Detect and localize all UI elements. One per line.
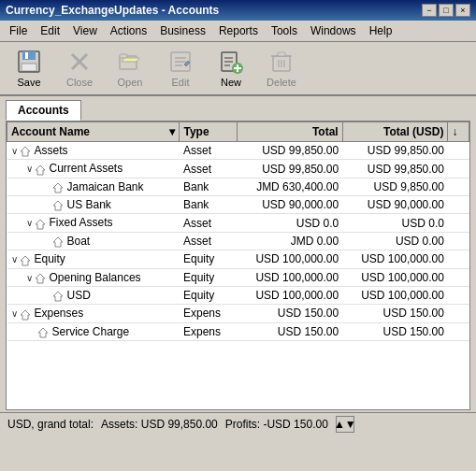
svg-marker-35	[38, 328, 48, 337]
menu-view[interactable]: View	[67, 22, 103, 39]
account-row-extra	[448, 268, 469, 286]
col-header-type[interactable]: Type	[180, 122, 237, 142]
svg-rect-2	[22, 64, 36, 71]
tab-accounts-label: Accounts	[18, 104, 69, 117]
delete-label: Delete	[267, 77, 296, 88]
menu-reports[interactable]: Reports	[213, 22, 264, 39]
col-header-sort[interactable]: ↓	[448, 122, 469, 142]
table-row[interactable]: ∨ Fixed AssetsAssetUSD 0.0USD 0.0	[7, 214, 469, 232]
open-label: Open	[118, 77, 143, 88]
account-name-text: Current Assets	[50, 162, 123, 175]
expand-icon[interactable]: ∨	[26, 218, 33, 228]
status-dropdown[interactable]: ▲▼	[336, 416, 354, 433]
table-row[interactable]: ∨ AssetsAssetUSD 99,850.00USD 99,850.00	[7, 142, 469, 160]
account-total-cell: USD 150.00	[237, 305, 342, 322]
col-header-account-name[interactable]: Account Name ▾	[7, 122, 180, 142]
delete-icon	[268, 49, 295, 75]
table-row[interactable]: USDEquityUSD 100,000.00USD 100,000.00	[7, 286, 469, 304]
table-row[interactable]: ∨ ExpensesExpensUSD 150.00USD 150.00	[7, 305, 469, 322]
delete-button[interactable]: Delete	[258, 46, 305, 91]
account-total-cell: USD 90,000.00	[237, 196, 342, 214]
account-name-cell: Service Charge	[7, 322, 180, 340]
menu-actions[interactable]: Actions	[105, 22, 152, 39]
close-button[interactable]: ×	[455, 4, 470, 17]
account-total-cell: USD 99,850.00	[237, 142, 342, 160]
expand-icon[interactable]: ∨	[11, 254, 18, 264]
account-total-usd-cell: USD 0.0	[342, 214, 448, 232]
table-row[interactable]: BoatAssetJMD 0.00USD 0.00	[7, 232, 469, 250]
expand-icon[interactable]: ∨	[11, 308, 18, 319]
close-button[interactable]: Close	[56, 46, 103, 91]
account-type-cell: Asset	[180, 160, 237, 178]
account-row-extra	[448, 142, 469, 160]
account-type-cell: Equity	[180, 268, 237, 286]
save-button[interactable]: Save	[6, 46, 52, 91]
tab-accounts[interactable]: Accounts	[6, 100, 81, 121]
account-name-text: Opening Balances	[50, 271, 141, 284]
account-name-cell: ∨ Assets	[7, 142, 180, 160]
table-row[interactable]: US BankBankUSD 90,000.00USD 90,000.00	[7, 196, 469, 214]
assets-value: Assets: USD 99,850.00	[101, 418, 218, 431]
menu-edit[interactable]: Edit	[35, 22, 65, 39]
svg-marker-32	[36, 274, 45, 283]
menu-windows[interactable]: Windows	[305, 22, 362, 39]
account-total-cell: USD 100,000.00	[237, 268, 342, 286]
account-name-cell: ∨ Fixed Assets	[7, 214, 180, 232]
account-type-cell: Asset	[180, 214, 237, 232]
title-bar: Currency_ExchangeUpdates - Accounts − □ …	[0, 0, 476, 21]
menu-file[interactable]: File	[4, 22, 33, 39]
svg-rect-21	[278, 52, 285, 56]
new-button[interactable]: New	[208, 46, 254, 91]
expand-icon[interactable]: ∨	[11, 146, 18, 156]
menu-tools[interactable]: Tools	[266, 22, 303, 39]
account-total-usd-cell: USD 150.00	[342, 305, 448, 322]
account-name-text: Assets	[35, 144, 68, 157]
table-row[interactable]: Service ChargeExpensUSD 150.00USD 150.00	[7, 322, 469, 340]
account-name-cell: ∨ Opening Balances	[7, 268, 180, 286]
col-header-total-usd[interactable]: Total (USD)	[342, 122, 448, 142]
menu-business[interactable]: Business	[154, 22, 211, 39]
account-type-cell: Equity	[180, 250, 237, 268]
account-row-extra	[448, 160, 469, 178]
account-row-extra	[448, 232, 469, 250]
svg-marker-26	[36, 165, 45, 175]
account-name-text: US Bank	[67, 198, 111, 211]
account-type-icon	[52, 291, 65, 301]
menu-help[interactable]: Help	[364, 22, 398, 39]
menu-bar: File Edit View Actions Business Reports …	[0, 21, 476, 42]
window-controls: − □ ×	[422, 4, 470, 17]
table-row[interactable]: ∨ Current AssetsAssetUSD 99,850.00USD 99…	[7, 160, 469, 178]
minimize-button[interactable]: −	[422, 4, 437, 17]
account-type-cell: Asset	[180, 142, 237, 160]
account-type-cell: Equity	[180, 286, 237, 304]
account-total-usd-cell: USD 90,000.00	[342, 196, 448, 214]
account-type-icon	[20, 254, 33, 264]
maximize-button[interactable]: □	[439, 4, 454, 17]
table-row[interactable]: ∨ Opening BalancesEquityUSD 100,000.00US…	[7, 268, 469, 286]
edit-button[interactable]: Edit	[157, 46, 204, 91]
account-total-usd-cell: USD 99,850.00	[342, 160, 448, 178]
account-row-extra	[448, 305, 469, 322]
svg-rect-3	[25, 52, 28, 59]
accounts-table-container: Account Name ▾ Type Total Total (USD) ↓ …	[6, 121, 470, 410]
account-type-icon	[35, 218, 48, 228]
profits-value: Profits: -USD 150.00	[225, 418, 328, 431]
table-row[interactable]: ∨ EquityEquityUSD 100,000.00USD 100,000.…	[7, 250, 469, 268]
svg-marker-25	[21, 147, 30, 156]
account-total-cell: JMD 630,400.00	[237, 178, 342, 195]
account-name-cell: Boat	[7, 232, 180, 250]
svg-marker-30	[53, 237, 63, 247]
status-bar: USD, grand total: Assets: USD 99,850.00 …	[0, 412, 476, 435]
currency-label: USD, grand total:	[7, 418, 94, 431]
account-total-usd-cell: USD 100,000.00	[342, 250, 448, 268]
col-header-total[interactable]: Total	[237, 122, 342, 142]
expand-icon[interactable]: ∨	[26, 164, 33, 174]
table-row[interactable]: Jamaican BankBankJMD 630,400.00USD 9,850…	[7, 178, 469, 195]
expand-icon[interactable]: ∨	[26, 273, 33, 283]
account-type-icon	[35, 273, 48, 283]
open-button[interactable]: Open	[107, 46, 153, 91]
svg-marker-28	[53, 201, 63, 210]
total-header-text: Total	[312, 125, 339, 138]
window-title: Currency_ExchangeUpdates - Accounts	[6, 4, 219, 17]
account-total-cell: USD 100,000.00	[237, 250, 342, 268]
